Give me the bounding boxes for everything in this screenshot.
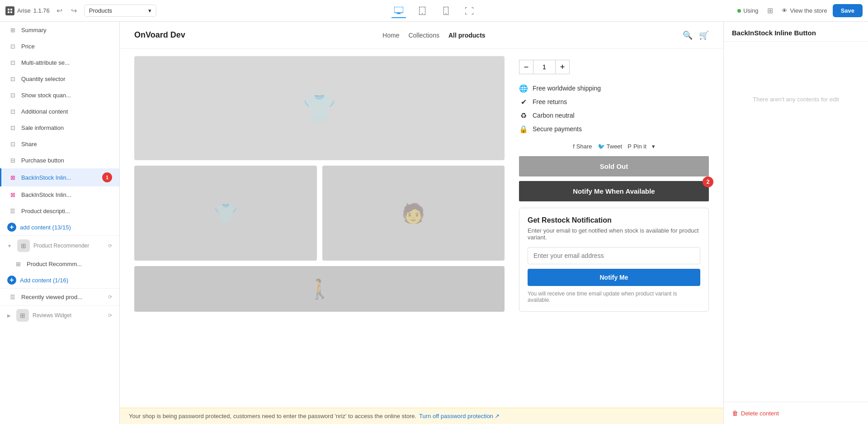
leaf-icon: ♻ — [519, 111, 528, 120]
sidebar-item-price[interactable]: ⊡ Price — [0, 38, 119, 54]
twitter-share-link[interactable]: 🐦 Tweet — [598, 143, 623, 150]
right-panel-footer: 🗑 Delete content — [724, 402, 868, 424]
reviews-widget-group: ▶ ⊞ Reviews Widget ⟳ — [0, 305, 119, 325]
restock-submit-button[interactable]: Notify Me — [528, 269, 700, 286]
sidebar-item-label: Summary — [21, 27, 47, 33]
sidebar-item-recently-viewed[interactable]: ☰ Recently viewed prod... ⟳ — [0, 289, 119, 305]
svg-rect-6 — [396, 14, 401, 14]
group-icon: ⊞ — [16, 309, 29, 322]
app-name: Arise — [17, 7, 31, 14]
search-icon[interactable]: 🔍 — [683, 30, 693, 40]
sidebar-item-additional-content[interactable]: ⊡ Additional content — [0, 103, 119, 119]
product-main-image: 👕 — [134, 56, 505, 160]
quantity-decrease-button[interactable]: − — [519, 60, 533, 74]
sidebar-item-share[interactable]: ⊡ Share — [0, 136, 119, 152]
sidebar-item-label: Price — [21, 43, 35, 50]
trash-icon: 🗑 — [732, 410, 738, 417]
quantity-selector: − 1 + — [519, 60, 709, 74]
pinterest-icon: P — [627, 143, 632, 150]
sidebar-item-purchase-button[interactable]: ⊟ Purchase button — [0, 152, 119, 168]
cart-icon[interactable]: 🛒 — [699, 30, 709, 40]
expand-icon: ⊡ — [9, 107, 17, 115]
quantity-increase-button[interactable]: + — [555, 60, 570, 74]
sidebar-item-sale-information[interactable]: ⊡ Sale information — [0, 119, 119, 136]
tweet-label: Tweet — [607, 143, 623, 150]
features-list: 🌐 Free worldwide shipping ✔ Free returns… — [519, 81, 709, 136]
main-layout: ▲ ⊞ Summary ⊡ Price ⊡ Multi-attribute se… — [0, 22, 868, 424]
view-store-button[interactable]: 👁 View the store — [782, 7, 827, 14]
sidebar-item-label: Show stock quan... — [21, 92, 71, 99]
feature-payments-text: Secure payments — [533, 125, 582, 133]
tablet-device-btn[interactable] — [415, 4, 429, 18]
sold-out-button[interactable]: Sold Out — [519, 156, 709, 176]
device-switcher — [392, 4, 476, 18]
sidebar-item-show-stock[interactable]: ⊡ Show stock quan... — [0, 87, 119, 103]
sidebar-item-summary[interactable]: ⊞ Summary — [0, 22, 119, 38]
product-thumb-3: 🚶 — [134, 266, 505, 312]
globe-icon: 🌐 — [519, 84, 528, 93]
box-icon: ⊠ — [9, 191, 17, 199]
sidebar-item-product-description[interactable]: ☰ Product descripti... — [0, 203, 119, 219]
restock-title: Get Restock Notification — [528, 216, 700, 224]
using-label: Using — [743, 7, 758, 14]
grid-icon: ⊞ — [14, 260, 22, 268]
share-expand-icon[interactable]: ▾ — [652, 143, 655, 150]
svg-rect-4 — [394, 7, 403, 13]
nav-link-collections[interactable]: Collections — [408, 32, 439, 39]
fullscreen-device-btn[interactable] — [462, 4, 476, 18]
svg-rect-0 — [8, 9, 9, 10]
recently-viewed-group: ☰ Recently viewed prod... ⟳ — [0, 288, 119, 305]
turn-off-password-link[interactable]: Turn off password protection ↗ — [419, 413, 500, 419]
undo-redo-group: ↩ ↪ — [53, 5, 80, 17]
list-icon: ☰ — [9, 293, 17, 301]
delete-content-button[interactable]: 🗑 Delete content — [732, 410, 779, 417]
settings-button[interactable]: ⊞ — [764, 5, 776, 17]
redo-button[interactable]: ↪ — [68, 5, 80, 17]
right-panel-content: There aren't any contents for edit — [724, 42, 868, 402]
person-back-placeholder: 🚶 — [308, 278, 331, 300]
add-content-group-button[interactable]: + Add content (1/16) — [0, 272, 119, 288]
password-bar: Your shop is being password protected, c… — [120, 408, 723, 424]
group-toggle-icon: ⟳ — [108, 243, 112, 249]
plus-icon: + — [7, 223, 16, 232]
svg-point-10 — [445, 13, 446, 14]
nav-link-home[interactable]: Home — [382, 32, 399, 39]
sidebar-item-label: Product descripti... — [21, 208, 70, 214]
feature-returns: ✔ Free returns — [519, 95, 709, 109]
sidebar-item-quantity-selector[interactable]: ⊡ Quantity selector — [0, 71, 119, 87]
store-nav-icons: 🔍 🛒 — [683, 30, 709, 40]
mobile-device-btn[interactable] — [439, 4, 453, 18]
reviews-widget-header[interactable]: ▶ ⊞ Reviews Widget ⟳ — [0, 305, 119, 325]
pinterest-share-link[interactable]: P Pin it — [627, 143, 646, 150]
desktop-device-btn[interactable] — [392, 4, 406, 18]
feature-returns-text: Free returns — [533, 98, 567, 105]
preview-frame: OnVoard Dev Home Collections All product… — [120, 22, 723, 424]
sidebar-item-label: Sale information — [21, 124, 64, 131]
restock-notification-box: Get Restock Notification Enter your emai… — [519, 208, 709, 312]
feature-carbon: ♻ Carbon neutral — [519, 109, 709, 122]
save-button[interactable]: Save — [833, 4, 863, 17]
notify-when-available-button[interactable]: Notify Me When Available 2 — [519, 181, 709, 201]
sidebar-item-product-recomm[interactable]: ⊞ Product Recommm... — [0, 256, 119, 272]
nav-link-all-products[interactable]: All products — [448, 32, 486, 39]
product-row-images: 👕 🧑 — [134, 166, 505, 261]
restock-email-input[interactable] — [528, 247, 700, 264]
expand-icon: ⊡ — [9, 91, 17, 99]
top-bar: Arise 1.1.76 ↩ ↪ Products ▾ Using ⊞ — [0, 0, 868, 22]
product-recommender-header[interactable]: ▼ ⊞ Product Recommender ⟳ — [0, 236, 119, 256]
notify-badge: 2 — [703, 176, 713, 187]
feature-payments: 🔒 Secure payments — [519, 122, 709, 136]
sidebar-item-multi-attribute[interactable]: ⊡ Multi-attribute se... — [0, 54, 119, 71]
facebook-share-link[interactable]: f Share — [573, 143, 592, 150]
feature-carbon-text: Carbon neutral — [533, 112, 575, 119]
undo-button[interactable]: ↩ — [53, 5, 66, 17]
svg-rect-1 — [10, 9, 12, 10]
context-dropdown[interactable]: Products ▾ — [84, 5, 156, 17]
cursor-icon: ⊟ — [9, 156, 17, 164]
add-content-button[interactable]: + add content (13/15) — [0, 219, 119, 235]
restock-note: You will receive one time email update w… — [528, 291, 700, 303]
password-message: Your shop is being password protected, c… — [129, 413, 416, 419]
person-thumb-placeholder: 🧑 — [401, 202, 425, 224]
sidebar-item-backinstock-inline-2[interactable]: ⊠ BackInStock Inlin... — [0, 186, 119, 203]
sidebar-item-backinstock-inline-1[interactable]: ⊠ BackInStock Inlin... 1 — [0, 168, 119, 186]
